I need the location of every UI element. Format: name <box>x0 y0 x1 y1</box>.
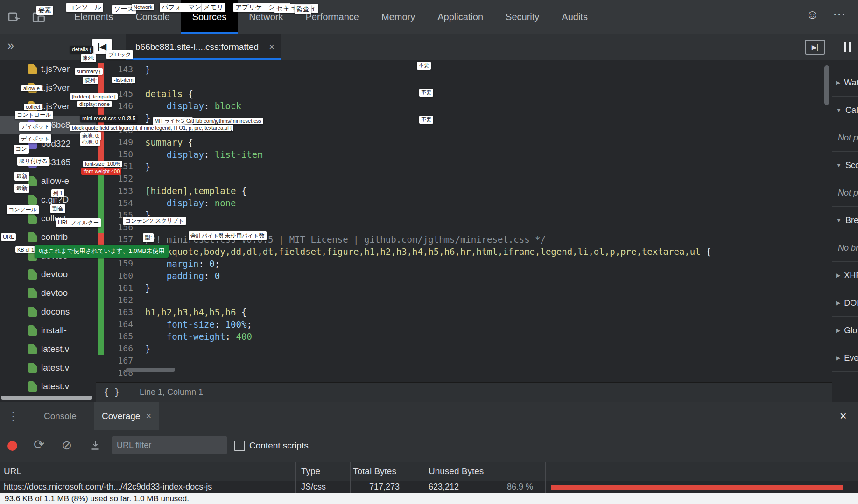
close-icon[interactable]: × <box>269 34 274 60</box>
debug-section-xhr-breakpoints[interactable]: ▶XHR Breakpoints <box>832 262 858 289</box>
code-text[interactable]: } <box>140 282 150 294</box>
tab-application[interactable]: Application <box>426 0 494 34</box>
file-icon <box>28 64 37 74</box>
line-number[interactable]: 154 <box>104 197 140 209</box>
code-text[interactable]: details { <box>140 88 193 100</box>
code-text[interactable]: [hidden],template { <box>140 185 246 197</box>
drawer-tab-console[interactable]: Console <box>44 402 77 430</box>
translate-overlay: 不要 <box>417 62 431 70</box>
debug-section-scope[interactable]: ▼Scope <box>832 152 858 179</box>
code-text[interactable]: margin: 0; <box>140 258 220 270</box>
code-text[interactable] <box>140 294 145 306</box>
line-number[interactable]: 160 <box>104 270 140 282</box>
navigator-horizontal-scrollbar[interactable] <box>1 396 92 400</box>
column-header[interactable]: Unused Bytes <box>429 462 484 481</box>
code-text[interactable]: display: block <box>140 100 241 112</box>
debug-info-text: No breakpoints <box>832 234 858 262</box>
column-header[interactable]: URL <box>4 462 21 481</box>
code-text[interactable]: } <box>140 161 150 173</box>
code-text[interactable] <box>140 76 145 88</box>
code-text[interactable]: font-size: 100%; <box>140 318 252 330</box>
table-row[interactable]: https://docs.microsoft.com/-th.../42c9dd… <box>0 481 858 493</box>
line-number[interactable]: 143 <box>104 63 140 76</box>
code-text[interactable] <box>140 355 145 367</box>
code-text[interactable]: } <box>140 112 150 124</box>
code-text[interactable]: } <box>140 63 150 76</box>
more-tabs-chevron-icon[interactable]: » <box>7 39 14 52</box>
content-scripts-checkbox[interactable] <box>234 441 245 451</box>
file-item[interactable]: latest.v <box>0 358 96 377</box>
translate-overlay: 心地: 0 <box>80 138 100 146</box>
file-item[interactable]: latest.v <box>0 340 96 358</box>
triangle-icon: ▼ <box>836 162 842 168</box>
export-icon[interactable] <box>90 440 101 453</box>
tab-security[interactable]: Security <box>494 0 550 34</box>
line-number[interactable]: 167 <box>104 355 140 367</box>
clear-icon[interactable]: ⊘ <box>62 438 72 453</box>
file-item[interactable]: latest.v <box>0 377 96 396</box>
line-number[interactable]: 166 <box>104 343 140 355</box>
file-item[interactable]: devtoo <box>0 284 96 302</box>
close-icon[interactable]: × <box>146 411 151 421</box>
code-text[interactable]: blockquote,body,dd,dl,dt,fieldset,figure… <box>140 245 711 258</box>
code-text[interactable]: h1,h2,h3,h4,h5,h6 { <box>140 306 246 318</box>
line-number[interactable]: 165 <box>104 330 140 343</box>
code-text[interactable]: summary { <box>140 136 193 148</box>
file-item[interactable]: install- <box>0 321 96 340</box>
code-text[interactable]: font-weight: 400 <box>140 330 252 343</box>
format-braces-icon[interactable]: { } <box>104 383 120 402</box>
line-number[interactable]: 164 <box>104 318 140 330</box>
editor-file-tab[interactable]: b66bc881.site-l....css:formatted × <box>126 34 281 60</box>
tab-audits[interactable]: Audits <box>550 0 599 34</box>
column-header[interactable]: Type <box>301 462 320 481</box>
translate-overlay: メモリ <box>202 3 225 12</box>
inspect-element-icon[interactable] <box>7 10 21 24</box>
line-number[interactable]: 163 <box>104 306 140 318</box>
file-item[interactable]: docons <box>0 302 96 321</box>
code-text[interactable]: display: none <box>140 197 236 209</box>
debug-section-breakpoints[interactable]: ▼Breakpoints <box>832 207 858 234</box>
line-number[interactable]: 157 <box>104 233 140 245</box>
debug-section-call-stack[interactable]: ▼Call Stack <box>832 97 858 124</box>
code-text[interactable]: display: list-item <box>140 148 263 161</box>
debug-section-dom-breakpoints[interactable]: ▶DOM Breakpoints <box>832 289 858 317</box>
code-line: 153[hidden],template { <box>96 185 832 197</box>
code-text[interactable] <box>140 173 145 185</box>
file-icon <box>28 307 37 317</box>
debug-section-event-listener-breakpoints[interactable]: ▶Event Listener Breakpoints <box>832 344 858 372</box>
file-label: docons <box>41 307 70 317</box>
column-header[interactable]: Total Bytes <box>353 462 396 481</box>
record-button[interactable] <box>7 441 17 451</box>
code-text[interactable]: padding: 0 <box>140 270 220 282</box>
reload-icon[interactable]: ⟳ <box>34 437 44 452</box>
drawer-tabbar: ⋮ Console Coverage× × <box>0 402 858 430</box>
feedback-smiley-icon[interactable]: ☺ <box>806 7 819 22</box>
line-number[interactable]: 162 <box>104 294 140 306</box>
file-icon <box>28 381 37 392</box>
file-item[interactable]: devtoo <box>0 265 96 284</box>
line-number[interactable]: 150 <box>104 148 140 161</box>
debug-section-global-listeners[interactable]: ▶Global Listeners <box>832 317 858 344</box>
vertical-scrollbar[interactable] <box>824 65 829 105</box>
line-number[interactable]: 153 <box>104 185 140 197</box>
drawer-menu-icon[interactable]: ⋮ <box>7 402 19 430</box>
line-number[interactable]: 161 <box>104 282 140 294</box>
horizontal-scrollbar[interactable] <box>126 368 175 372</box>
run-icon[interactable]: ▶| <box>805 40 825 55</box>
pause-icon[interactable] <box>843 42 852 52</box>
code-text[interactable]: } <box>140 343 150 355</box>
file-label: allow-e <box>41 176 69 186</box>
line-number[interactable]: 159 <box>104 258 140 270</box>
line-number[interactable]: 149 <box>104 136 140 148</box>
tab-memory[interactable]: Memory <box>370 0 426 34</box>
translate-overlay: 監査 <box>295 5 311 14</box>
debug-section-watch[interactable]: ▶Watch <box>832 69 858 97</box>
drawer-close-icon[interactable]: × <box>840 402 847 430</box>
debug-section-label: Watch <box>844 78 858 88</box>
drawer-tab-coverage[interactable]: Coverage× <box>94 402 159 430</box>
more-menu-icon[interactable]: ⋯ <box>833 7 846 22</box>
url-filter-input[interactable] <box>112 436 227 454</box>
translate-overlay: Network <box>132 4 154 10</box>
coverage-marker <box>98 270 104 282</box>
coverage-marker <box>98 233 104 245</box>
